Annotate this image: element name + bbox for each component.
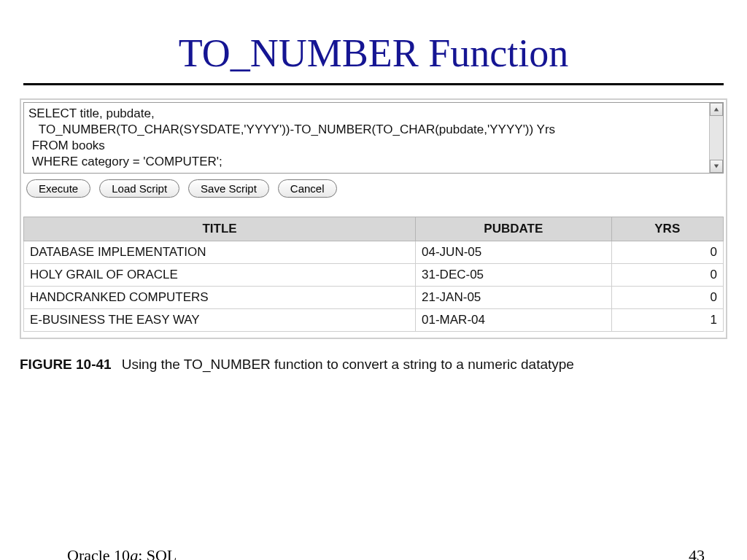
footer-book-tail: : SQL: [138, 546, 177, 560]
cell-title: E-BUSINESS THE EASY WAY: [24, 309, 416, 332]
footer-page-number: 43: [689, 546, 705, 560]
page-title: TO_NUMBER Function: [0, 31, 747, 76]
sql-editor[interactable]: SELECT title, pubdate, TO_NUMBER(TO_CHAR…: [23, 102, 724, 174]
col-header-yrs: YRS: [611, 217, 723, 241]
cell-pubdate: 04-JUN-05: [416, 241, 612, 264]
table-row: HANDCRANKED COMPUTERS 21-JAN-05 0: [24, 287, 724, 309]
cell-yrs: 0: [611, 241, 723, 264]
table-row: HOLY GRAIL OF ORACLE 31-DEC-05 0: [24, 264, 724, 287]
chevron-down-icon: [713, 163, 719, 169]
slide: TO_NUMBER Function SELECT title, pubdate…: [0, 31, 747, 560]
cell-pubdate: 01-MAR-04: [416, 309, 612, 332]
execute-button[interactable]: Execute: [26, 179, 90, 198]
sql-text[interactable]: SELECT title, pubdate, TO_NUMBER(TO_CHAR…: [24, 103, 723, 173]
cell-title: DATABASE IMPLEMENTATION: [24, 241, 416, 264]
col-header-title: TITLE: [24, 217, 416, 241]
cancel-button[interactable]: Cancel: [278, 179, 337, 198]
chevron-up-icon: [713, 106, 719, 112]
cell-title: HOLY GRAIL OF ORACLE: [24, 264, 416, 287]
save-script-button[interactable]: Save Script: [188, 179, 269, 198]
table-row: DATABASE IMPLEMENTATION 04-JUN-05 0: [24, 241, 724, 264]
footer-book: Oracle 10g: SQL: [67, 546, 177, 560]
table-row: E-BUSINESS THE EASY WAY 01-MAR-04 1: [24, 309, 724, 332]
cell-yrs: 0: [611, 264, 723, 287]
load-script-button[interactable]: Load Script: [99, 179, 179, 198]
cell-title: HANDCRANKED COMPUTERS: [24, 287, 416, 309]
cell-pubdate: 31-DEC-05: [416, 264, 612, 287]
figure-label: FIGURE 10-41: [20, 357, 112, 372]
footer-book-text: Oracle 10: [67, 546, 130, 560]
figure-caption: FIGURE 10-41Using the TO_NUMBER function…: [20, 357, 727, 373]
footer-book-italic: g: [130, 546, 138, 560]
cell-pubdate: 21-JAN-05: [416, 287, 612, 309]
button-row: Execute Load Script Save Script Cancel: [23, 174, 724, 201]
col-header-pubdate: PUBDATE: [416, 217, 612, 241]
svg-marker-1: [714, 165, 719, 168]
scrollbar[interactable]: [709, 103, 723, 173]
svg-marker-0: [714, 108, 719, 112]
title-rule: [23, 83, 724, 85]
figure-text: Using the TO_NUMBER function to convert …: [122, 357, 574, 372]
cell-yrs: 1: [611, 309, 723, 332]
query-panel: SELECT title, pubdate, TO_NUMBER(TO_CHAR…: [20, 98, 727, 339]
cell-yrs: 0: [611, 287, 723, 309]
table-header-row: TITLE PUBDATE YRS: [24, 217, 724, 241]
results-table: TITLE PUBDATE YRS DATABASE IMPLEMENTATIO…: [23, 217, 724, 332]
scroll-up-button[interactable]: [710, 103, 723, 116]
scroll-down-button[interactable]: [710, 160, 723, 173]
